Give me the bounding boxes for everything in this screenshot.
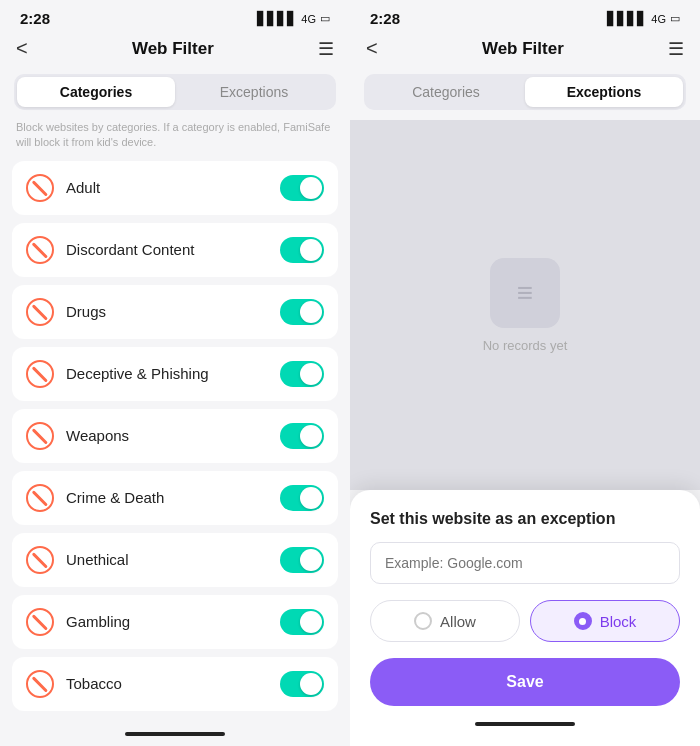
category-item-unethical: Unethical (12, 533, 338, 587)
left-status-bar: 2:28 ▋▋▋▋ 4G ▭ (0, 0, 350, 33)
left-tab-bar: Categories Exceptions (14, 74, 336, 110)
block-icon-gambling (26, 608, 54, 636)
category-item-adult: Adult (12, 161, 338, 215)
toggle-crime[interactable] (280, 485, 324, 511)
block-icon-weapons (26, 422, 54, 450)
block-icon-tobacco (26, 670, 54, 698)
category-name-phishing: Deceptive & Phishing (66, 365, 280, 382)
left-phone-panel: 2:28 ▋▋▋▋ 4G ▭ < Web Filter ☰ Categories… (0, 0, 350, 746)
categories-description: Block websites by categories. If a categ… (0, 120, 350, 161)
category-item-discordant: Discordant Content (12, 223, 338, 277)
tab-categories[interactable]: Categories (17, 77, 175, 107)
block-label: Block (600, 613, 637, 630)
tab-exceptions[interactable]: Exceptions (175, 77, 333, 107)
toggle-discordant[interactable] (280, 237, 324, 263)
block-icon-unethical (26, 546, 54, 574)
left-status-icons: ▋▋▋▋ 4G ▭ (257, 11, 330, 26)
left-page-title: Web Filter (132, 39, 214, 59)
left-status-time: 2:28 (20, 10, 50, 27)
left-network-label: 4G (301, 13, 316, 25)
allow-option[interactable]: Allow (370, 600, 520, 642)
toggle-tobacco[interactable] (280, 671, 324, 697)
toggle-gambling[interactable] (280, 609, 324, 635)
category-name-drugs: Drugs (66, 303, 280, 320)
toggle-adult[interactable] (280, 175, 324, 201)
block-icon-crime (26, 484, 54, 512)
left-signal-icon: ▋▋▋▋ (257, 11, 297, 26)
category-item-crime: Crime & Death (12, 471, 338, 525)
right-tab-categories[interactable]: Categories (367, 77, 525, 107)
right-signal-icon: ▋▋▋▋ (607, 11, 647, 26)
sheet-title: Set this website as an exception (370, 510, 680, 528)
category-list: Adult Discordant Content Drugs Deceptive… (0, 161, 350, 724)
right-phone-panel: 2:28 ▋▋▋▋ 4G ▭ < Web Filter ☰ Categories… (350, 0, 700, 746)
toggle-weapons[interactable] (280, 423, 324, 449)
exceptions-empty-state: No records yet (350, 120, 700, 490)
exception-bottom-sheet: Set this website as an exception Allow B… (350, 490, 700, 746)
left-nav-header: < Web Filter ☰ (0, 33, 350, 70)
right-tab-bar: Categories Exceptions (364, 74, 686, 110)
category-name-gambling: Gambling (66, 613, 280, 630)
allow-label: Allow (440, 613, 476, 630)
right-page-title: Web Filter (482, 39, 564, 59)
category-name-adult: Adult (66, 179, 280, 196)
right-menu-icon[interactable]: ☰ (668, 38, 684, 60)
right-nav-header: < Web Filter ☰ (350, 33, 700, 70)
category-item-phishing: Deceptive & Phishing (12, 347, 338, 401)
no-records-icon (490, 258, 560, 328)
right-tab-exceptions[interactable]: Exceptions (525, 77, 683, 107)
toggle-drugs[interactable] (280, 299, 324, 325)
block-radio-circle (574, 612, 592, 630)
block-icon-discordant (26, 236, 54, 264)
right-status-bar: 2:28 ▋▋▋▋ 4G ▭ (350, 0, 700, 33)
block-icon-phishing (26, 360, 54, 388)
category-item-weapons: Weapons (12, 409, 338, 463)
url-input[interactable] (370, 542, 680, 584)
category-name-discordant: Discordant Content (66, 241, 280, 258)
category-name-weapons: Weapons (66, 427, 280, 444)
block-icon-adult (26, 174, 54, 202)
right-home-indicator (475, 722, 575, 726)
category-name-tobacco: Tobacco (66, 675, 280, 692)
category-item-tobacco: Tobacco (12, 657, 338, 711)
category-item-gambling: Gambling (12, 595, 338, 649)
save-button[interactable]: Save (370, 658, 680, 706)
allow-radio-circle (414, 612, 432, 630)
right-home-bar (370, 714, 680, 736)
block-option[interactable]: Block (530, 600, 680, 642)
right-status-icons: ▋▋▋▋ 4G ▭ (607, 11, 680, 26)
right-network-label: 4G (651, 13, 666, 25)
block-icon-drugs (26, 298, 54, 326)
category-name-crime: Crime & Death (66, 489, 280, 506)
left-back-button[interactable]: < (16, 37, 28, 60)
exception-type-group: Allow Block (370, 600, 680, 642)
right-back-button[interactable]: < (366, 37, 378, 60)
left-menu-icon[interactable]: ☰ (318, 38, 334, 60)
toggle-unethical[interactable] (280, 547, 324, 573)
right-battery-icon: ▭ (670, 12, 680, 25)
toggle-phishing[interactable] (280, 361, 324, 387)
no-records-text: No records yet (483, 338, 568, 353)
left-battery-icon: ▭ (320, 12, 330, 25)
category-name-unethical: Unethical (66, 551, 280, 568)
left-home-indicator (125, 732, 225, 736)
right-status-time: 2:28 (370, 10, 400, 27)
left-home-bar (0, 724, 350, 746)
category-item-drugs: Drugs (12, 285, 338, 339)
